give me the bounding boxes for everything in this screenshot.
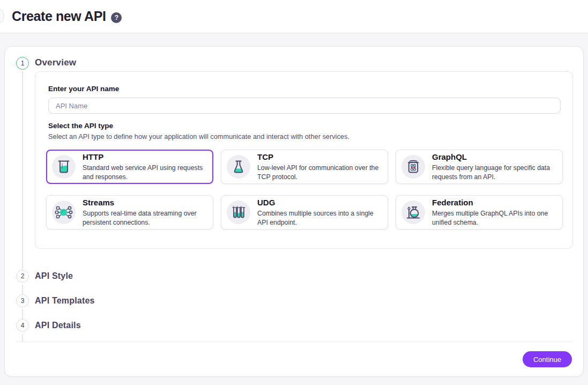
api-type-title: HTTP [83,152,206,162]
continue-button[interactable]: Continue [523,351,572,367]
api-type-desc: Low-level API for communication over the… [257,164,381,182]
api-type-title: Streams [83,198,206,208]
api-type-text: HTTP Standard web service API using requ… [83,152,206,182]
erlenmeyer-flask-icon [227,155,250,179]
overview-panel: Enter your API name Select the API type … [35,71,573,249]
api-type-card-federation[interactable]: Federation Merges multiple GraphQL APIs … [396,195,563,229]
edge-partial-circle-icon [0,8,4,25]
api-type-desc: Merges multiple GraphQL APIs into one un… [432,209,556,227]
api-type-title: TCP [257,152,381,162]
test-tubes-icon [227,201,250,224]
api-type-text: UDG Combines multiple sources into a sin… [257,198,381,227]
api-name-label: Enter your API name [48,85,560,93]
api-type-description: Select an API type to define how your ap… [48,132,560,140]
api-name-input[interactable] [48,98,561,114]
step-connector-line [22,71,23,269]
round-flask-icon [401,201,425,224]
api-type-text: TCP Low-level API for communication over… [257,152,381,182]
step-connector-line [22,285,23,294]
api-type-text: Federation Merges multiple GraphQL APIs … [432,198,556,227]
footer-divider [16,342,572,342]
step-connector-line [22,334,23,342]
atom-jar-icon [401,155,425,179]
api-type-card-udg[interactable]: UDG Combines multiple sources into a sin… [221,195,388,229]
page-title: Create new API [12,9,106,24]
step-title-api-templates[interactable]: API Templates [35,296,95,306]
step-title-api-style[interactable]: API Style [35,271,73,281]
api-type-text: Streams Supports real-time data streamin… [83,198,206,227]
api-type-card-graphql[interactable]: GraphQL Flexible query language for spec… [396,150,563,184]
api-type-desc: Standard web service API using requests … [83,164,206,182]
api-type-card-http[interactable]: HTTP Standard web service API using requ… [46,150,213,184]
step-connector-line [22,309,23,319]
stream-nodes-icon [52,201,76,224]
api-type-title: UDG [257,198,381,208]
api-type-desc: Flexible query language for specific dat… [432,164,556,182]
api-type-title: Federation [432,198,556,208]
step-indicator-api-details: 4 [16,319,29,332]
step-indicator-api-style: 2 [16,270,29,283]
api-type-title: GraphQL [432,152,556,162]
api-type-card-tcp[interactable]: TCP Low-level API for communication over… [221,150,388,184]
api-type-label: Select the API type [48,122,560,130]
api-type-card-streams[interactable]: Streams Supports real-time data streamin… [46,195,213,229]
api-type-desc: Supports real-time data streaming over p… [83,209,206,227]
step-indicator-api-templates: 3 [16,294,29,307]
api-type-text: GraphQL Flexible query language for spec… [432,152,556,182]
step-indicator-overview: 1 [16,57,29,70]
page-header: Create new API ? [0,0,588,33]
create-api-wizard-card: 1 Overview Enter your API name Select th… [4,46,584,377]
api-type-grid: HTTP Standard web service API using requ… [46,150,560,229]
beaker-icon [52,155,76,179]
api-type-desc: Combines multiple sources into a single … [257,209,381,227]
step-title-overview: Overview [35,57,76,68]
step-title-api-details[interactable]: API Details [35,321,81,330]
help-icon[interactable]: ? [111,12,122,23]
